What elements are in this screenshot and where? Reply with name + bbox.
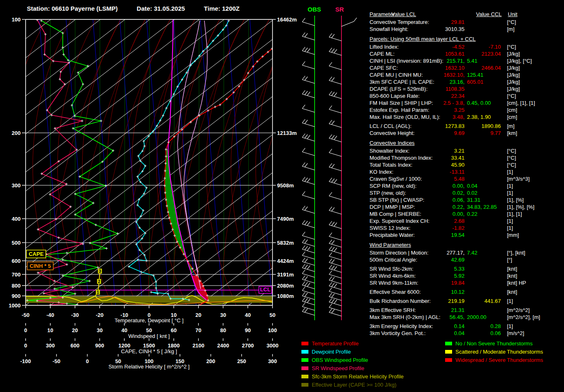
wind-barb: [329, 109, 341, 113]
table-row: 3km Energy Helicity Index:0.140.28[1]: [370, 323, 564, 330]
srh-tick-label: 0: [86, 358, 89, 364]
param-value: 2.5 - 3.8,: [443, 100, 464, 106]
legend-swatch-icon: [301, 375, 308, 378]
lcl-label: LCL: [260, 286, 270, 293]
value-ccl-cell: 0.28: [436, 323, 501, 330]
column-header-value-ccl: Value CCL: [476, 11, 502, 18]
temperature-tick-label: 50: [270, 312, 275, 318]
table-row: Exp. Supercell Index CH:2.68[1]: [370, 217, 564, 224]
wind-barb: [329, 52, 341, 55]
altitude-tick-label: 16462m: [277, 17, 297, 23]
wind-barb: [302, 94, 315, 98]
legend-label: Effective Layer (CAPE >= 100 J/kg): [312, 382, 396, 388]
param-value: 3010.35: [445, 26, 464, 32]
temperature-tick-label: -50: [22, 312, 30, 318]
table-row: SR Wind Sfc-2km:5.33[knt]: [370, 265, 564, 272]
value-lcl-cell: 2.68: [394, 217, 464, 224]
param-value: 0.04: [467, 183, 477, 189]
wind-barb: [302, 123, 315, 127]
value-lcl-cell: 0.22,: [394, 203, 464, 210]
value-extra-cell: 0.22: [467, 210, 477, 217]
value-lcl-cell: 5.33: [394, 265, 464, 272]
unit-cell: [cm]: [507, 113, 517, 120]
param-value: 2000.00: [467, 314, 486, 320]
isotherm-line: [50, 19, 372, 305]
table-row: Precipitable Water:19.54[mm]: [370, 231, 564, 239]
legend-label: Sfc-3km Storm Relative Helicity Profile: [312, 373, 404, 380]
param-value: 31.31: [467, 197, 481, 203]
value-extra-cell: 605.01: [467, 78, 483, 85]
parcel-ascent-curve: [168, 20, 206, 300]
param-value: 0.06,: [453, 197, 464, 203]
unit-cell: [knt]: [507, 265, 517, 272]
parameter-table: ParameterValue LCLValue CCLUnitConvectiv…: [370, 11, 564, 337]
value-lcl-cell: 10.12: [394, 288, 464, 295]
legend-swatch-icon: [301, 383, 308, 387]
wind-barb: [329, 138, 341, 142]
wind-barb: [302, 51, 315, 54]
temperature-tick-label: 20: [195, 312, 201, 318]
unit-cell: [1], [1]: [507, 210, 522, 217]
table-row: 500m Critical Angle:42.69[°]: [370, 256, 564, 263]
unit-cell: [m^2/s^2], [m]: [507, 314, 540, 321]
pressure-tick-label: 600: [12, 258, 21, 264]
param-value: 0.02: [467, 190, 477, 196]
windspeed-tick-label: 0: [24, 327, 27, 333]
param-value: 5.41: [467, 58, 477, 64]
param-value: 0.22: [467, 211, 477, 217]
param-value: 19.54: [451, 232, 464, 238]
legend-item: No / Non Severe Thunderstorms: [445, 339, 543, 347]
param-value: 56.45,: [450, 314, 464, 320]
pressure-tick-label: 500: [12, 240, 21, 246]
value-extra-cell: 31.31: [467, 196, 481, 203]
windspeed-tick-label: 90: [245, 327, 251, 333]
param-value: 5.33: [454, 266, 464, 272]
legend-item: Effective Layer (CAPE >= 100 J/kg): [301, 380, 404, 389]
dry-adiabat: [355, 19, 372, 305]
table-row: Total Totals Index:45.90[°C]: [370, 161, 564, 168]
value-lcl-cell: 19.54: [394, 231, 464, 239]
param-value: 29.81: [451, 19, 464, 25]
wind-barb: [329, 37, 341, 41]
value-lcl-cell: 5.92: [394, 272, 464, 279]
unit-cell: [1]: [507, 189, 513, 196]
legend-item: Temperature Profile: [301, 339, 404, 347]
table-row: Storm Direction | Motion:277.17,7.42[°],…: [370, 249, 564, 256]
param-value: 42.69: [451, 257, 464, 263]
legend-swatch-icon: [301, 366, 308, 370]
wind-barb: [329, 153, 341, 156]
param-value: 2466.04: [481, 65, 501, 71]
unit-cell: [J/kg]: [507, 85, 520, 92]
param-value: -1.82: [452, 225, 464, 231]
legend-swatch-icon: [445, 350, 452, 354]
cape-tick-label: 0: [24, 342, 27, 349]
altitude-tick-label: 2080m: [277, 283, 294, 289]
table-row: 3km Effective SRH:21.31[m^2/s^2]: [370, 307, 564, 314]
dry-adiabat: [305, 19, 344, 305]
pressure-tick-label: 900: [12, 293, 21, 299]
value-lcl-cell: 1108.35: [394, 85, 464, 92]
cape-axis-label: CAPE, CINH * 5 [ J/kg ]: [121, 348, 177, 354]
legend-item: SR Windspeed Profile: [301, 364, 404, 372]
km-marker-label: 2: [98, 279, 100, 284]
value-lcl-cell: 0.06,: [394, 196, 464, 203]
wind-barb: [302, 36, 315, 40]
table-row: Convective Height:9.699.77[km]: [370, 130, 564, 137]
param-value: 3.21: [454, 148, 464, 154]
windspeed-tick-label: 30: [97, 327, 102, 333]
value-extra-cell: 2.38, 1.90: [467, 113, 491, 120]
table-row: Showalter Index:3.21[°C]: [370, 147, 564, 154]
legend-swatch-icon: [445, 358, 452, 362]
wind-barb: [329, 196, 341, 200]
value-lcl-cell: 0.00,: [394, 182, 464, 189]
isotherm-line: [249, 19, 372, 305]
value-lcl-cell: 42.69: [394, 256, 464, 263]
unit-cell: [1]: [507, 168, 513, 175]
cape-tick-label: 2400: [217, 342, 229, 349]
srh-axis-label: Storm Relative Helicity [ m^2/s^2 ]: [109, 364, 190, 370]
value-extra-cell: 125.41: [467, 71, 483, 78]
pressure-tick-label: 100: [12, 17, 21, 23]
legend-item: Widespread / Severe Thunderstorms: [445, 356, 543, 364]
altitude-tick-label: 3191m: [277, 272, 294, 278]
unit-cell: [°C]: [507, 43, 516, 50]
